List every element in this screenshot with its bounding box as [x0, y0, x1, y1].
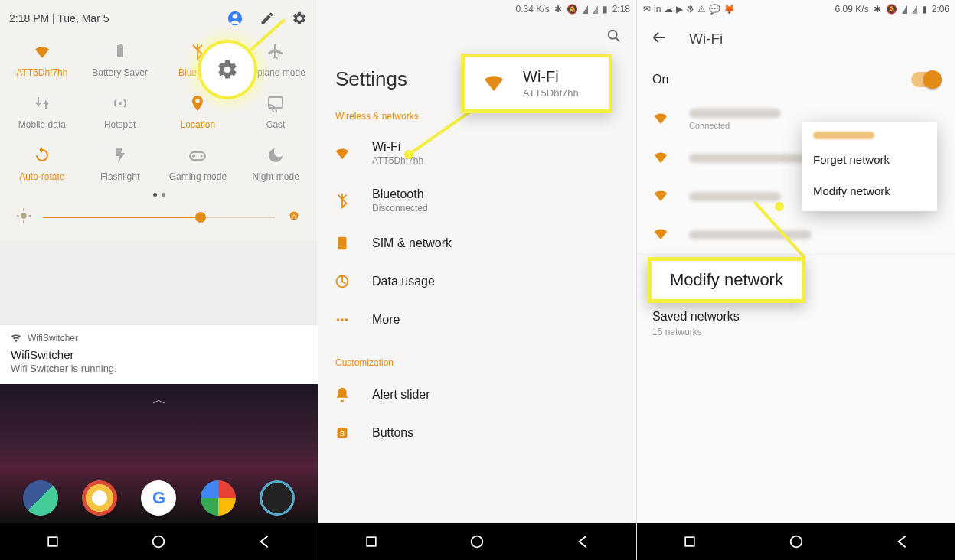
svg-point-17	[609, 31, 617, 39]
nav-back-button[interactable]	[574, 532, 593, 551]
nav-home-button[interactable]	[468, 532, 486, 551]
nav-recent-button[interactable]	[362, 532, 381, 551]
menu-modify[interactable]: Modify network	[802, 175, 937, 207]
notif-title: WifiSwitcher	[11, 348, 307, 361]
highlight-gear-halo	[201, 43, 254, 96]
settings-row-bell[interactable]: Alert slider	[318, 376, 636, 414]
tile-label: Mobile data	[18, 119, 66, 130]
qs-tile-cast[interactable]: Cast	[237, 93, 315, 130]
section-customization: Customization	[318, 353, 636, 376]
wifi-title: Wi-Fi	[689, 31, 723, 47]
app-1[interactable]	[23, 480, 58, 516]
nav-recent-button[interactable]	[44, 532, 62, 551]
status-icon: in	[654, 4, 661, 15]
qs-tile-hotspot[interactable]: Hotspot	[81, 93, 159, 130]
status-bt-icon: ✱	[874, 4, 881, 15]
tile-label: Location	[181, 119, 215, 130]
network-name-blurred	[689, 109, 781, 118]
tile-label: Gaming mode	[169, 171, 227, 182]
back-arrow-icon[interactable]	[651, 29, 668, 49]
qs-tile-rotate[interactable]: Auto-rotate	[3, 145, 81, 182]
wifi-toggle[interactable]	[911, 72, 940, 87]
nav-back-button[interactable]	[256, 532, 274, 551]
status-icon: ⚠	[697, 4, 706, 15]
qs-tile-game[interactable]: Gaming mode	[159, 145, 237, 182]
svg-point-4	[119, 102, 122, 105]
phone-1-quicksettings: 2:18 PM | Tue, Mar 5 ATT5Dhf7hhBattery S…	[0, 0, 318, 560]
svg-point-1	[233, 14, 237, 18]
status-time3: 2:06	[932, 4, 949, 15]
settings-row-wifi[interactable]: Wi-FiATT5Dhf7hh	[318, 129, 636, 177]
notification-card[interactable]: WifiSwitcher WifiSwitcher Wifi Switcher …	[0, 324, 318, 385]
wifi-icon	[482, 70, 506, 97]
qs-tiles-grid: ATT5Dhf7hhBattery SaverBluetoothAirplane…	[0, 37, 318, 182]
row-title: Buttons	[372, 426, 413, 440]
hotspot-icon	[110, 93, 130, 113]
leader-dot-2	[404, 150, 413, 159]
qs-tile-location[interactable]: Location	[159, 93, 237, 130]
row-title: Data usage	[372, 275, 435, 288]
nav-recent-button[interactable]	[681, 532, 699, 551]
leader-dot-3	[775, 202, 784, 211]
svg-line-18	[616, 38, 620, 42]
notif-app-name: WifiSwitcher	[28, 333, 78, 343]
status-time: 2:18	[612, 4, 630, 15]
settings-row-data[interactable]: Data usage	[318, 262, 636, 301]
user-icon[interactable]	[226, 9, 244, 28]
svg-point-8	[21, 213, 26, 218]
app-chrome[interactable]	[82, 480, 117, 516]
cast-icon	[266, 93, 286, 113]
pager-dots	[0, 182, 318, 201]
connected-label: Connected	[689, 121, 781, 130]
qs-tile-night[interactable]: Night mode	[237, 145, 315, 182]
qs-tile-flash[interactable]: Flashlight	[81, 145, 159, 182]
svg-point-23	[345, 318, 348, 321]
nav-bar-2	[318, 523, 636, 560]
brightness-low-icon	[15, 207, 32, 227]
svg-rect-19	[338, 237, 347, 250]
brightness-row: A	[0, 201, 318, 241]
callout-title: Wi-Fi	[523, 68, 579, 86]
settings-row-sim[interactable]: SIM & network	[318, 224, 636, 262]
qs-tile-battery[interactable]: Battery Saver	[81, 41, 159, 78]
nav-back-button[interactable]	[893, 532, 912, 551]
settings-row-bluetooth[interactable]: BluetoothDisconnected	[318, 177, 636, 224]
status-icon: ▶	[676, 4, 683, 15]
status-bar-3: ✉ in ☁ ▶ ⚙ ⚠ 💬 🦊 6.09 K/s ✱ 🔕 ▮ 2:06	[637, 0, 955, 18]
svg-text:A: A	[292, 213, 296, 220]
brightness-auto-icon[interactable]: A	[286, 207, 302, 227]
more-icon	[332, 311, 352, 328]
data-icon	[332, 273, 352, 290]
status-battery-icon: ▮	[603, 4, 608, 15]
tile-label: Flashlight	[100, 171, 139, 182]
status-icon: ☁	[664, 4, 673, 15]
settings-row-buttons[interactable]: BButtons	[318, 414, 636, 452]
svg-point-29	[791, 536, 802, 548]
svg-point-22	[341, 318, 344, 321]
chevron-up-icon[interactable]: ︿	[152, 390, 166, 409]
brightness-slider[interactable]	[43, 217, 275, 218]
edit-icon[interactable]	[258, 9, 276, 28]
settings-row-more[interactable]: More	[318, 301, 636, 339]
nav-home-button[interactable]	[787, 532, 805, 551]
settings-rows-2: Alert sliderBButtons	[318, 376, 636, 452]
app-4[interactable]	[201, 480, 236, 516]
tile-label: Battery Saver	[92, 67, 148, 78]
tile-label: Hotspot	[104, 119, 136, 130]
app-5[interactable]	[260, 480, 295, 516]
menu-forget[interactable]: Forget network	[802, 144, 937, 175]
buttons-icon: B	[332, 425, 352, 441]
battery-icon	[110, 41, 130, 61]
saved-label: Saved networks	[652, 310, 940, 324]
row-sub: Disconnected	[372, 203, 428, 213]
app-google[interactable]: G	[141, 480, 176, 516]
nav-home-button[interactable]	[149, 532, 168, 551]
search-icon[interactable]	[606, 28, 622, 47]
saved-networks-row[interactable]: Saved networks 15 networks	[637, 296, 955, 351]
qs-tile-mobiledata[interactable]: Mobile data	[3, 93, 81, 130]
settings-icon[interactable]	[290, 9, 309, 28]
airplane-icon	[266, 41, 286, 61]
wifi-icon	[32, 41, 52, 61]
settings-search-row	[318, 18, 636, 57]
qs-tile-wifi[interactable]: ATT5Dhf7hh	[3, 41, 81, 78]
